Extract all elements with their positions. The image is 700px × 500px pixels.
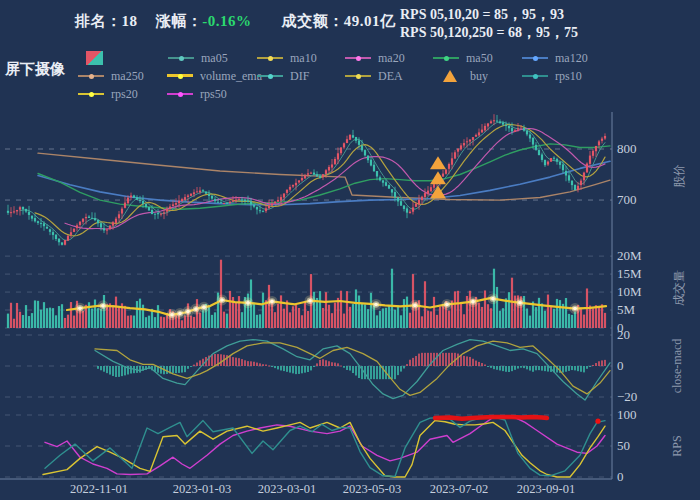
DEA-line-icon — [345, 69, 371, 83]
xtick-date: 2023-07-02 — [430, 482, 488, 497]
rps10-line-icon — [522, 69, 548, 83]
ytick-macd-−20: −20 — [617, 389, 637, 405]
ma250-line-icon — [78, 69, 104, 83]
ma50-line-icon — [433, 51, 459, 65]
rps-readout: RPS 05,10,20 = 85，95，93 RPS 50,120,250 =… — [400, 6, 578, 42]
legend-label-ma250: ma250 — [111, 69, 144, 84]
legend-label-DEA: DEA — [378, 69, 403, 84]
legend-item-rps10[interactable]: rps10 — [522, 69, 582, 83]
legend-item-ma10[interactable]: ma10 — [257, 51, 317, 65]
legend-item-rps20[interactable]: rps20 — [78, 87, 138, 101]
legend-item-ma120[interactable]: ma120 — [522, 51, 588, 65]
legend-item-buy[interactable]: buy — [437, 69, 488, 83]
ytick-macd-0: 0 — [617, 358, 624, 374]
legend-item-ma20[interactable]: ma20 — [345, 51, 405, 65]
xtick-date: 2023-03-01 — [258, 482, 316, 497]
rps50-line-icon — [167, 87, 193, 101]
legend-label-volume_ema: volume_ema — [200, 69, 262, 84]
volume_ema-line-icon — [167, 69, 193, 83]
legend-label-ma20: ma20 — [378, 51, 405, 66]
header-stats: 排名：18 涨幅：-0.16% 成交额：49.01亿 — [75, 12, 396, 31]
legend-item-volume_ema[interactable]: volume_ema — [167, 69, 262, 83]
legend-label-ma50: ma50 — [466, 51, 493, 66]
legend-label-rps10: rps10 — [555, 69, 582, 84]
ytick-volume-20M: 20M — [617, 248, 642, 264]
buy-marker-icon — [430, 156, 446, 169]
ma120-line-icon — [522, 51, 548, 65]
legend-label-rps20: rps20 — [111, 87, 138, 102]
buy-marker-icon — [437, 69, 463, 83]
ytick-rps-50: 50 — [617, 438, 630, 454]
ma05-line-icon — [168, 51, 194, 65]
ytick-volume-15M: 15M — [617, 266, 642, 282]
ma20-line-icon — [345, 51, 371, 65]
legend-item-rps50[interactable]: rps50 — [167, 87, 227, 101]
legend-label-DIF: DIF — [290, 69, 309, 84]
axis-title-price: 股价 — [671, 164, 688, 188]
legend-item-DIF[interactable]: DIF — [257, 69, 309, 83]
legend-label-ma120: ma120 — [555, 51, 588, 66]
ytick-macd-20: 20 — [617, 327, 630, 343]
stock-chart-app: 排名：18 涨幅：-0.16% 成交额：49.01亿 RPS 05,10,20 … — [0, 0, 700, 500]
axis-title-volume: 成交量 — [671, 270, 688, 306]
legend-item-ma50[interactable]: ma50 — [433, 51, 493, 65]
buy-marker-icon — [430, 171, 446, 184]
page-title: 屏下摄像 — [5, 60, 65, 79]
ytick-price-800: 800 — [617, 141, 637, 157]
ytick-volume-5M: 5M — [617, 302, 635, 318]
xtick-date: 2023-05-03 — [343, 482, 401, 497]
legend-label-ma05: ma05 — [201, 51, 228, 66]
ma10-line-icon — [257, 51, 283, 65]
legend-label-ma10: ma10 — [290, 51, 317, 66]
legend-label-buy: buy — [470, 69, 488, 84]
xtick-date: 2022-11-01 — [70, 482, 128, 497]
ytick-volume-10M: 10M — [617, 284, 642, 300]
legend-label-rps50: rps50 — [200, 87, 227, 102]
rank-value: 18 — [122, 13, 138, 29]
legend-item-ma05[interactable]: ma05 — [168, 51, 228, 65]
rps20-line-icon — [78, 87, 104, 101]
axis-title-rps: RPS — [670, 435, 685, 456]
ytick-rps-0: 0 — [617, 469, 624, 485]
DIF-line-icon — [257, 69, 283, 83]
turnover-label: 成交额： — [282, 13, 344, 29]
legend-item-candlestick[interactable] — [82, 51, 108, 65]
change-label: 涨幅： — [156, 13, 203, 29]
rps-line-2: RPS 50,120,250 = 68，95，75 — [400, 24, 578, 42]
rank-label: 排名： — [75, 13, 122, 29]
candlestick-icon — [82, 51, 108, 65]
legend-item-ma250[interactable]: ma250 — [78, 69, 144, 83]
ytick-rps-100: 100 — [617, 407, 637, 423]
rps-line-1: RPS 05,10,20 = 85，95，93 — [400, 6, 578, 24]
axis-title-macd: close-macd — [670, 339, 685, 394]
change-value: -0.16% — [202, 13, 251, 29]
turnover-value: 49.01亿 — [344, 13, 396, 29]
xtick-date: 2023-09-01 — [517, 482, 575, 497]
ytick-price-700: 700 — [617, 192, 637, 208]
legend-item-DEA[interactable]: DEA — [345, 69, 403, 83]
xtick-date: 2023-01-03 — [173, 482, 231, 497]
